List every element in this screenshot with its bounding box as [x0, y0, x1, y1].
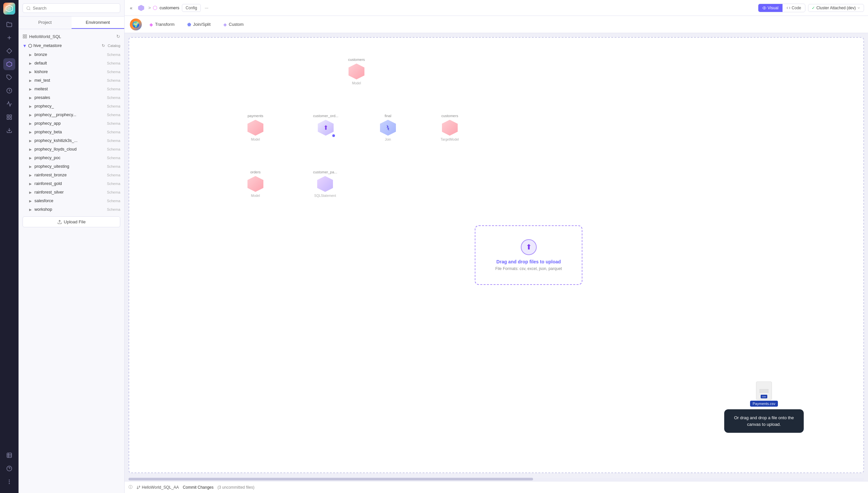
node-customer-ord[interactable]: customer_ord... ⬆: [313, 114, 338, 136]
schema-item[interactable]: ▶ prophecy_app Schema: [19, 119, 124, 128]
node-final-label: final: [385, 114, 391, 118]
schema-item-type: Schema: [107, 113, 120, 117]
schema-item[interactable]: ▶ prophecy_lloyds_cloud Schema: [19, 145, 124, 153]
info-icon[interactable]: ⓘ: [128, 485, 133, 490]
schema-item[interactable]: ▶ prophecy_kshitizk3s_... Schema: [19, 136, 124, 145]
tag-nav-icon[interactable]: [3, 71, 15, 83]
svg-point-21: [9, 484, 9, 484]
grid-nav-icon[interactable]: [3, 111, 15, 123]
svg-point-30: [764, 7, 765, 8]
file-tooltip-area: csv Payments.csv Or drag and drop a file…: [724, 382, 804, 433]
canvas-scrollbar-thumb: [128, 478, 533, 480]
schema-item-type: Schema: [107, 199, 120, 203]
schema-item[interactable]: ▶ prophecy__prophecy... Schema: [19, 110, 124, 119]
node-payments[interactable]: payments Model: [247, 114, 264, 141]
upload-title: Drag and drop files to upload: [495, 259, 562, 264]
clock-nav-icon[interactable]: [3, 85, 15, 97]
visual-icon: [762, 6, 766, 10]
more-button[interactable]: ···: [203, 4, 210, 12]
join-split-button[interactable]: ⬟ Join/Split: [182, 19, 216, 30]
config-button[interactable]: Config: [182, 4, 201, 12]
schema-item[interactable]: ▶ rainforest_silver Schema: [19, 188, 124, 196]
canvas-scrollbar[interactable]: [128, 478, 864, 480]
schema-item[interactable]: ▶ salesforce Schema: [19, 196, 124, 205]
schema-item-label: workshop: [35, 207, 107, 212]
folder-nav-icon[interactable]: [3, 19, 15, 30]
schema-item-label: prophecy_: [35, 104, 107, 109]
schema-expand-arrow: ▶: [28, 207, 33, 212]
node-customer-pa-label: customer_pa...: [313, 170, 337, 174]
cluster-badge[interactable]: ✓ Cluster Attached (dev): [808, 4, 864, 12]
refresh-button[interactable]: ↻: [116, 34, 120, 39]
schema-item[interactable]: ▶ mei_test Schema: [19, 76, 124, 85]
custom-button[interactable]: ◈ Custom: [218, 19, 249, 30]
visual-view-button[interactable]: Visual: [758, 4, 782, 12]
schema-item[interactable]: ▶ prophecy_poc Schema: [19, 153, 124, 162]
schema-item[interactable]: ▶ prophecy_uitesting Schema: [19, 162, 124, 171]
schema-item[interactable]: ▶ rainforest_bronze Schema: [19, 171, 124, 179]
catalog-badge: Catalog: [108, 44, 120, 48]
custom-label: Custom: [229, 22, 244, 27]
table-nav-icon[interactable]: [3, 449, 15, 461]
project-icon: [22, 34, 27, 39]
diamond-nav-icon[interactable]: [3, 45, 15, 57]
node-customer-pa[interactable]: customer_pa... SQLStatement: [313, 170, 337, 197]
join-node-shape: [380, 120, 396, 136]
schema-item-label: prophecy_uitesting: [35, 164, 107, 169]
schema-item[interactable]: ▶ bronze Schema: [19, 50, 124, 59]
schema-item-label: rainforest_bronze: [35, 173, 107, 177]
tab-environment[interactable]: Environment: [72, 17, 125, 29]
schema-item-label: rainforest_gold: [35, 181, 107, 186]
schema-expand-arrow: ▶: [28, 86, 33, 92]
schema-item-type: Schema: [107, 87, 120, 91]
collapse-button[interactable]: «: [128, 4, 134, 12]
search-box[interactable]: [22, 3, 120, 13]
node-final[interactable]: final Join: [379, 114, 397, 141]
schema-item[interactable]: ▶ rainforest_gold Schema: [19, 179, 124, 188]
node-orders[interactable]: orders Model: [247, 170, 264, 197]
upload-file-button[interactable]: Upload File: [22, 216, 120, 227]
upload-overlay[interactable]: ⬆ Drag and drop files to upload File For…: [475, 225, 582, 285]
schema-item[interactable]: ▶ kishore Schema: [19, 67, 124, 76]
schema-item[interactable]: ▶ prophecy_ Schema: [19, 102, 124, 110]
schema-item-type: Schema: [107, 130, 120, 134]
breadcrumb-pipeline-icon: ⬡: [153, 5, 157, 11]
schema-item[interactable]: ▶ default Schema: [19, 59, 124, 67]
help-nav-icon[interactable]: [3, 463, 15, 474]
node-customers-right[interactable]: customers TargetModel: [441, 114, 459, 141]
planet-icon: 🌍: [130, 19, 142, 30]
schema-item[interactable]: ▶ prophecy_beta Schema: [19, 128, 124, 136]
commit-changes-button[interactable]: Commit Changes: [183, 485, 214, 490]
node-orders-label: orders: [250, 170, 260, 174]
pipeline-nav-icon[interactable]: [3, 58, 15, 70]
icon-bar: [0, 0, 19, 493]
project-name: HelloWorld_SQL: [22, 34, 61, 39]
main-area: « > ⬡ customers Config ··· Visual Code ✓…: [125, 0, 868, 493]
add-nav-icon[interactable]: [3, 32, 15, 44]
canvas-area[interactable]: customers Model payments Model cus: [128, 37, 864, 473]
svg-rect-26: [25, 37, 26, 38]
activity-nav-icon[interactable]: [3, 98, 15, 110]
svg-point-22: [27, 6, 30, 9]
schema-item-type: Schema: [107, 138, 120, 143]
transform-button[interactable]: ◆ Transform: [144, 19, 180, 30]
drop-tooltip: Or drag and drop a file onto the canvas …: [724, 409, 804, 433]
node-orders-type: Model: [251, 194, 260, 197]
schema-item[interactable]: ▶ presales Schema: [19, 93, 124, 102]
csv-icon: csv: [756, 382, 772, 400]
top-bar: « > ⬡ customers Config ··· Visual Code ✓…: [125, 0, 868, 16]
schema-item[interactable]: ▶ meitest Schema: [19, 85, 124, 93]
code-view-button[interactable]: Code: [783, 4, 805, 12]
search-icon: [26, 6, 31, 10]
node-final-shape: [379, 119, 397, 136]
connections-svg: [129, 38, 228, 87]
catalog-root-item[interactable]: ▼ ⬡ hive_metastore ↻ Catalog: [19, 41, 124, 50]
search-input[interactable]: [33, 6, 117, 10]
tab-project[interactable]: Project: [19, 17, 72, 29]
more-nav-icon[interactable]: [3, 476, 15, 488]
schema-item-label: prophecy_lloyds_cloud: [35, 147, 107, 152]
node-customers-top[interactable]: customers Model: [348, 58, 365, 85]
schema-item-label: prophecy_app: [35, 121, 107, 126]
schema-item[interactable]: ▶ workshop Schema: [19, 205, 124, 214]
download-nav-icon[interactable]: [3, 124, 15, 136]
